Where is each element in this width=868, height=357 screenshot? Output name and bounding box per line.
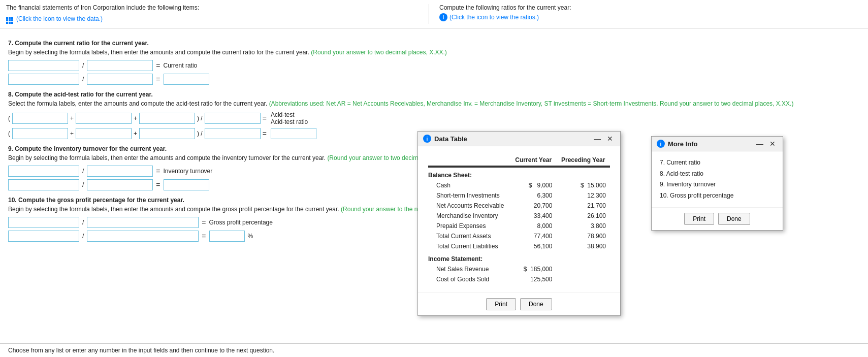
q10-numerator-val[interactable] xyxy=(8,231,79,242)
row-sti-current: 6,300 xyxy=(510,190,556,201)
q8-a-label[interactable] xyxy=(12,113,68,124)
more-info-controls: — ✕ xyxy=(754,140,778,148)
data-table-close[interactable]: ✕ xyxy=(605,135,615,143)
row-nar-current: 20,700 xyxy=(510,201,556,211)
q7-numerator-label[interactable] xyxy=(8,60,79,71)
q7-denominator-val[interactable] xyxy=(87,74,153,85)
balance-sheet-header-row: Balance Sheet: xyxy=(428,167,610,180)
q8-c-val[interactable] xyxy=(139,128,195,139)
more-info-list: 7. Current ratio 8. Acid-test ratio 9. I… xyxy=(660,157,775,201)
row-mi-label: Merchandise Inventory xyxy=(428,211,510,221)
row-mi-preceding: 26,100 xyxy=(556,211,610,221)
list-item: 10. Gross profit percentage xyxy=(660,190,775,202)
table-row: Cash $ 9,000 $ 15,000 xyxy=(428,180,610,190)
q7-equals1: = xyxy=(156,61,160,70)
more-info-done-btn[interactable]: Done xyxy=(718,213,750,225)
q9-equals2: = xyxy=(156,181,160,189)
info-icon: i xyxy=(439,13,447,21)
grid-icon xyxy=(6,13,14,24)
more-info-minimize[interactable]: — xyxy=(754,140,765,148)
data-table-col-headers: Current Year Preceding Year xyxy=(428,154,610,166)
q10-numerator-label[interactable] xyxy=(8,217,79,228)
q8-c-label[interactable] xyxy=(139,113,195,124)
data-table-title: Data Table xyxy=(434,135,467,143)
q8-plus4: + xyxy=(134,130,137,137)
row-cash-current: $ 9,000 xyxy=(510,180,556,190)
row-cash-preceding: $ 15,000 xyxy=(556,180,610,190)
row-tca-preceding: 78,900 xyxy=(556,231,610,241)
col-current-header: Current Year xyxy=(510,154,556,166)
q7-title: 7. Compute the current ratio for the cur… xyxy=(8,40,860,47)
more-info-modal: i More Info — ✕ 7. Current ratio 8. Acid… xyxy=(651,136,783,231)
q9-numerator-val[interactable] xyxy=(8,179,79,190)
q10-denominator-label[interactable] xyxy=(87,217,199,228)
q7-formula-row2: / = xyxy=(8,74,860,85)
q8-d-val[interactable] xyxy=(205,128,261,139)
row-pe-preceding: 3,800 xyxy=(556,221,610,231)
q8-result[interactable] xyxy=(271,128,316,139)
data-table-body: Current Year Preceding Year Balance Shee… xyxy=(418,146,620,250)
q8-plus2: + xyxy=(134,115,137,122)
data-table-controls: — ✕ xyxy=(592,135,615,143)
ratios-icon-link[interactable]: i (Click the icon to view the ratios.) xyxy=(439,13,862,21)
q9-equals1: = xyxy=(156,167,160,175)
row-tcl-preceding: 38,900 xyxy=(556,241,610,250)
q8-equals2: = xyxy=(263,129,267,138)
more-info-body: 7. Current ratio 8. Acid-test ratio 9. I… xyxy=(652,151,783,207)
ratios-link-text[interactable]: (Click the icon to view the ratios.) xyxy=(449,14,539,21)
more-info-close[interactable]: ✕ xyxy=(767,140,778,148)
row-tca-current: 77,400 xyxy=(510,231,556,241)
q7-div2: / xyxy=(82,76,84,83)
q9-denominator-val[interactable] xyxy=(87,179,153,190)
header-left: The financial statements of Iron Corpora… xyxy=(6,4,429,24)
data-table: Current Year Preceding Year Balance Shee… xyxy=(428,154,610,250)
q9-denominator-label[interactable] xyxy=(87,166,153,177)
row-nar-label: Net Accounts Receivable xyxy=(428,201,510,211)
q7-numerator-val[interactable] xyxy=(8,74,79,85)
table-row: Total Current Assets 77,400 78,900 xyxy=(428,231,610,241)
col-label-header xyxy=(428,154,510,166)
row-pe-label: Prepaid Expenses xyxy=(428,221,510,231)
data-link-text[interactable]: (Click the icon to view the data.) xyxy=(16,15,103,22)
q7-formula-row1: / = Current ratio xyxy=(8,60,860,71)
row-sti-preceding: 12,300 xyxy=(556,190,610,201)
q10-denominator-val[interactable] xyxy=(87,231,199,242)
row-sti-label: Short-term Investments xyxy=(428,190,510,201)
q7-div1: / xyxy=(82,62,84,69)
q10-result[interactable] xyxy=(209,231,245,242)
q8-a-val[interactable] xyxy=(12,128,68,139)
col-preceding-header: Preceding Year xyxy=(556,154,610,166)
q8-ratio-text: Acid-test ratio xyxy=(271,118,308,125)
q8-d-label[interactable] xyxy=(205,113,261,124)
q10-div1: / xyxy=(82,219,84,226)
more-info-print-btn[interactable]: Print xyxy=(684,213,714,225)
table-row: Total Current Liabilities 56,100 38,900 xyxy=(428,241,610,250)
q8-equals1: = xyxy=(263,114,267,122)
q7-denominator-label[interactable] xyxy=(87,60,153,71)
q8-b-val[interactable] xyxy=(76,128,132,139)
data-icon-link[interactable]: (Click the icon to view the data.) xyxy=(6,13,429,24)
row-tcl-label: Total Current Liabilities xyxy=(428,241,510,250)
q9-result[interactable] xyxy=(164,179,209,190)
q8-label-text: Acid-test xyxy=(271,111,295,118)
more-info-title: More Info xyxy=(668,140,698,148)
q7-label: Current ratio xyxy=(164,62,198,69)
more-info-title-row: i More Info xyxy=(657,140,698,148)
header-right: Compute the following ratios for the cur… xyxy=(429,4,862,24)
header: The financial statements of Iron Corpora… xyxy=(0,0,868,28)
row-pe-current: 8,000 xyxy=(510,221,556,231)
q8-paren-close-div1: ) / xyxy=(197,115,203,122)
q8-b-label[interactable] xyxy=(76,113,132,124)
row-tcl-current: 56,100 xyxy=(510,241,556,250)
q9-numerator-label[interactable] xyxy=(8,166,79,177)
list-item: 9. Inventory turnover xyxy=(660,179,775,190)
q10-div2: / xyxy=(82,233,84,240)
q8-title: 8. Compute the acid-test ratio for the c… xyxy=(8,91,860,98)
q8-paren-open1: ( xyxy=(8,115,10,122)
q8-plus1: + xyxy=(70,115,74,122)
q8-plus3: + xyxy=(70,130,74,137)
data-table-info-icon: i xyxy=(423,135,431,143)
data-table-minimize[interactable]: — xyxy=(592,135,603,143)
table-row: Prepaid Expenses 8,000 3,800 xyxy=(428,221,610,231)
q7-result[interactable] xyxy=(164,74,209,85)
